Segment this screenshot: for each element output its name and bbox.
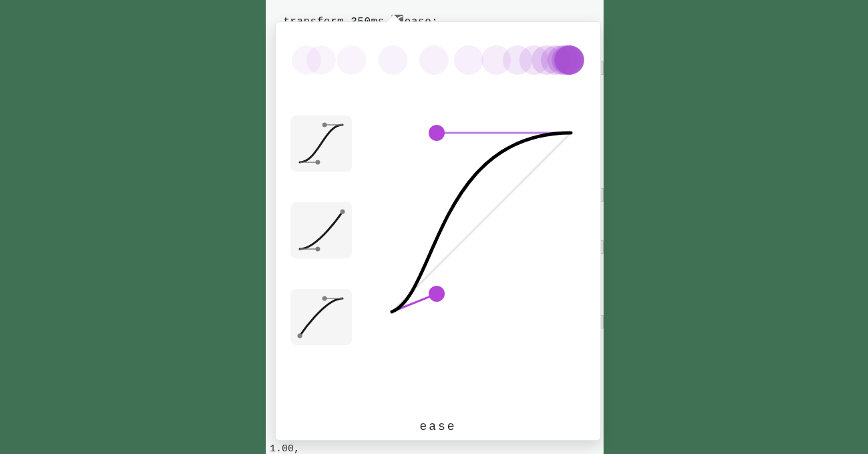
svg-point-21 bbox=[315, 247, 320, 252]
svg-point-2 bbox=[337, 45, 366, 75]
svg-point-22 bbox=[341, 210, 345, 214]
bezier-handle-p2[interactable] bbox=[429, 125, 445, 141]
svg-point-14 bbox=[555, 45, 584, 75]
svg-point-4 bbox=[419, 45, 449, 75]
svg-point-26 bbox=[322, 296, 327, 301]
css-transition-line: transform 350ms ease; bbox=[270, 0, 438, 15]
svg-point-1 bbox=[306, 45, 336, 75]
easing-motion-trail bbox=[292, 42, 584, 78]
preset-list bbox=[290, 116, 355, 376]
preset-ease-in[interactable] bbox=[290, 202, 352, 258]
svg-point-3 bbox=[378, 45, 407, 75]
svg-point-25 bbox=[298, 334, 302, 338]
bezier-handle-p1[interactable] bbox=[429, 286, 445, 302]
trailing-code-text: 1.00, bbox=[270, 443, 300, 454]
svg-point-5 bbox=[454, 45, 483, 75]
bezier-curve-editor[interactable] bbox=[392, 133, 571, 312]
svg-point-18 bbox=[322, 123, 327, 128]
bezier-easing-popover: ease bbox=[275, 21, 601, 441]
easing-name-label: ease bbox=[276, 420, 600, 433]
svg-line-27 bbox=[392, 133, 571, 312]
bezier-curve-canvas bbox=[392, 133, 571, 312]
preset-ease-out[interactable] bbox=[290, 289, 352, 345]
preset-ease-in-out[interactable] bbox=[290, 116, 352, 172]
svg-point-17 bbox=[315, 160, 320, 165]
